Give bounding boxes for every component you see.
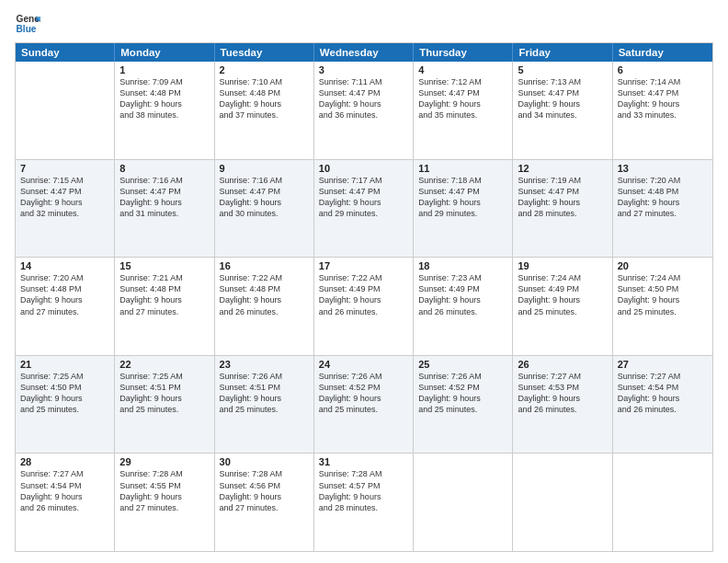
cell-line: Sunrise: 7:09 AM — [119, 76, 209, 87]
cell-line: and 32 minutes. — [20, 208, 109, 219]
cell-line: Sunrise: 7:14 AM — [618, 76, 708, 87]
cell-line: Sunrise: 7:28 AM — [319, 468, 408, 479]
day-number: 20 — [618, 260, 708, 271]
cell-line: Daylight: 9 hours — [119, 393, 209, 404]
cal-cell: 7Sunrise: 7:15 AMSunset: 4:47 PMDaylight… — [16, 160, 115, 258]
cell-line: Sunrise: 7:16 AM — [220, 175, 309, 186]
header-cell-thursday: Thursday — [414, 43, 513, 62]
cal-cell: 21Sunrise: 7:25 AMSunset: 4:50 PMDayligh… — [16, 356, 115, 454]
cell-line: Sunset: 4:48 PM — [119, 283, 209, 294]
cell-line: and 25 minutes. — [319, 404, 408, 415]
cell-line: Sunrise: 7:28 AM — [220, 468, 309, 479]
cell-line: Sunset: 4:56 PM — [220, 480, 309, 491]
cell-line: and 28 minutes. — [518, 208, 607, 219]
cell-line: Sunrise: 7:19 AM — [518, 175, 607, 186]
day-number: 23 — [220, 359, 309, 370]
header-cell-monday: Monday — [115, 43, 214, 62]
cell-line: Sunset: 4:49 PM — [418, 283, 507, 294]
cell-line: Daylight: 9 hours — [319, 98, 408, 109]
cell-line: Daylight: 9 hours — [119, 294, 209, 305]
cell-line: Sunset: 4:49 PM — [319, 283, 408, 294]
cell-line: and 27 minutes. — [119, 502, 209, 513]
cell-line: and 27 minutes. — [119, 306, 209, 317]
cell-line: Sunrise: 7:21 AM — [119, 272, 209, 283]
cell-line: Sunset: 4:52 PM — [319, 382, 408, 393]
day-number: 2 — [220, 64, 309, 75]
day-number: 17 — [319, 260, 408, 271]
cell-line: Daylight: 9 hours — [220, 294, 309, 305]
cal-cell — [513, 454, 612, 551]
cell-line: and 36 minutes. — [319, 109, 408, 121]
day-number: 22 — [119, 359, 209, 370]
cell-line: Sunset: 4:49 PM — [518, 283, 607, 294]
cal-cell: 11Sunrise: 7:18 AMSunset: 4:47 PMDayligh… — [414, 160, 513, 258]
cell-line: Sunset: 4:47 PM — [518, 186, 607, 197]
cell-line: Daylight: 9 hours — [418, 197, 507, 208]
cal-cell: 18Sunrise: 7:23 AMSunset: 4:49 PMDayligh… — [414, 258, 513, 355]
day-number: 6 — [618, 64, 708, 75]
cell-line: Sunset: 4:47 PM — [319, 186, 408, 197]
cell-line: Sunset: 4:55 PM — [119, 480, 209, 491]
cal-cell — [414, 454, 513, 551]
cell-line: Sunrise: 7:28 AM — [119, 468, 209, 479]
logo-icon: General Blue — [15, 11, 40, 37]
cell-line: Sunset: 4:47 PM — [319, 87, 408, 98]
day-number: 24 — [319, 359, 408, 370]
cell-line: Sunset: 4:53 PM — [518, 382, 607, 393]
cell-line: and 33 minutes. — [618, 109, 708, 121]
cell-line: Daylight: 9 hours — [518, 294, 607, 305]
day-number: 5 — [518, 64, 607, 75]
cell-line: Daylight: 9 hours — [319, 393, 408, 404]
svg-text:Blue: Blue — [17, 24, 37, 34]
cell-line: Sunrise: 7:23 AM — [418, 272, 507, 283]
cell-line: and 27 minutes. — [618, 208, 708, 219]
cal-cell: 6Sunrise: 7:14 AMSunset: 4:47 PMDaylight… — [613, 62, 712, 159]
cell-line: Sunset: 4:57 PM — [319, 480, 408, 491]
cell-line: and 37 minutes. — [220, 109, 309, 121]
day-number: 31 — [319, 456, 408, 467]
cell-line: Daylight: 9 hours — [119, 491, 209, 502]
cell-line: Sunrise: 7:27 AM — [518, 371, 607, 382]
day-number: 4 — [418, 64, 507, 75]
cell-line: Daylight: 9 hours — [518, 98, 607, 109]
cell-line: and 26 minutes. — [418, 306, 507, 317]
day-number: 27 — [618, 359, 708, 370]
day-number: 30 — [220, 456, 309, 467]
cal-cell: 9Sunrise: 7:16 AMSunset: 4:47 PMDaylight… — [215, 160, 314, 258]
day-number: 9 — [220, 163, 309, 174]
cell-line: Sunrise: 7:27 AM — [618, 371, 708, 382]
cal-cell: 2Sunrise: 7:10 AMSunset: 4:48 PMDaylight… — [215, 62, 314, 159]
cell-line: and 29 minutes. — [418, 208, 507, 219]
cal-cell: 3Sunrise: 7:11 AMSunset: 4:47 PMDaylight… — [314, 62, 414, 159]
calendar-body: 1Sunrise: 7:09 AMSunset: 4:48 PMDaylight… — [16, 62, 712, 551]
cal-cell: 24Sunrise: 7:26 AMSunset: 4:52 PMDayligh… — [314, 356, 414, 454]
cell-line: Sunset: 4:50 PM — [618, 283, 708, 294]
cell-line: and 25 minutes. — [119, 404, 209, 415]
cell-line: Sunset: 4:47 PM — [618, 87, 708, 98]
cell-line: Sunset: 4:52 PM — [418, 382, 507, 393]
day-number: 1 — [119, 64, 209, 75]
cell-line: Sunset: 4:51 PM — [119, 382, 209, 393]
cell-line: Daylight: 9 hours — [220, 491, 309, 502]
day-number: 21 — [20, 359, 109, 370]
cell-line: Sunset: 4:50 PM — [20, 382, 109, 393]
cell-line: Daylight: 9 hours — [319, 197, 408, 208]
cell-line: Daylight: 9 hours — [220, 98, 309, 109]
cell-line: Daylight: 9 hours — [618, 197, 708, 208]
cell-line: Sunset: 4:47 PM — [518, 87, 607, 98]
day-number: 12 — [518, 163, 607, 174]
cell-line: Daylight: 9 hours — [319, 491, 408, 502]
cell-line: Sunrise: 7:13 AM — [518, 76, 607, 87]
day-number: 14 — [20, 260, 109, 271]
cell-line: and 38 minutes. — [119, 109, 209, 121]
day-number: 11 — [418, 163, 507, 174]
cell-line: Sunrise: 7:22 AM — [220, 272, 309, 283]
cell-line: Sunset: 4:47 PM — [220, 186, 309, 197]
cal-cell: 5Sunrise: 7:13 AMSunset: 4:47 PMDaylight… — [513, 62, 612, 159]
cell-line: Sunrise: 7:25 AM — [119, 371, 209, 382]
cell-line: Sunrise: 7:16 AM — [119, 175, 209, 186]
cell-line: and 35 minutes. — [418, 109, 507, 121]
cal-cell: 19Sunrise: 7:24 AMSunset: 4:49 PMDayligh… — [513, 258, 612, 355]
cell-line: and 25 minutes. — [618, 306, 708, 317]
cell-line: and 26 minutes. — [618, 404, 708, 415]
